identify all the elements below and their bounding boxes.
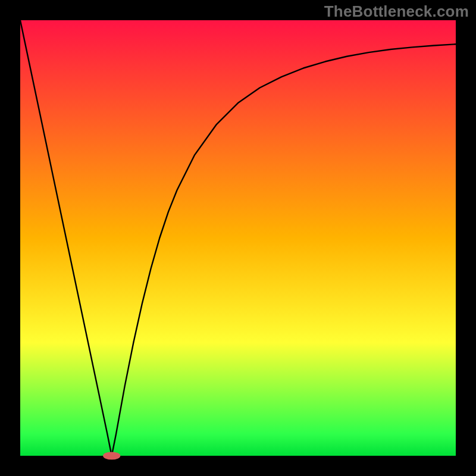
chart-svg — [0, 0, 476, 476]
svg-rect-1 — [20, 20, 456, 456]
bottleneck-chart: TheBottleneck.com — [0, 0, 476, 476]
optimal-point — [103, 452, 120, 459]
watermark-text: TheBottleneck.com — [324, 2, 469, 21]
